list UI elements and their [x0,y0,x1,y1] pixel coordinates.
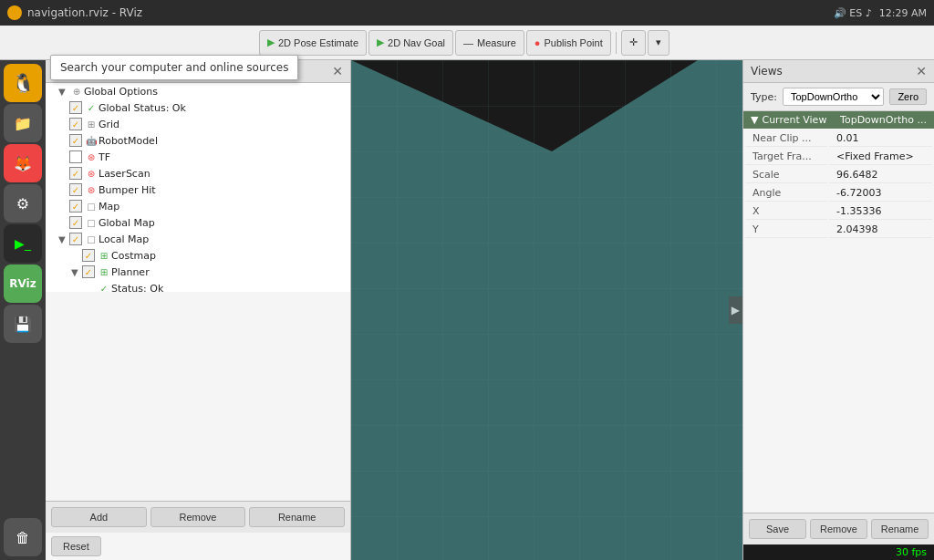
map-viewport[interactable]: ▶ [351,60,742,560]
dock-item-home[interactable]: 🐧 [4,64,42,102]
views-panel: Views ✕ Type: TopDownOrtho Zero ▼ Curren… [742,60,934,560]
app-dock: 🐧 📁 🦊 ⚙ ▶_ RViz 💾 🗑 [0,60,46,560]
tree-label: LaserScan [99,168,347,180]
tree-item-bumper[interactable]: ⊛ Bumper Hit [46,181,350,198]
current-view-header: ▼ Current View TopDownOrtho ... [743,111,934,129]
checkbox-grid[interactable] [69,118,82,130]
checkbox-tf[interactable] [69,150,82,163]
add-button[interactable]: Add [51,507,147,527]
checkbox-global-status[interactable] [69,101,82,114]
clock: 12:29 AM [879,7,927,19]
measure-icon: — [463,37,473,48]
remove-button[interactable]: Remove [150,507,246,527]
property-value: -6.72003 [829,185,932,202]
view-property-x[interactable]: X -1.35336 [745,203,932,220]
checkbox-laserscan[interactable] [69,167,82,180]
checkbox-robotmodel[interactable] [69,134,82,147]
map-canvas [351,60,742,560]
planner-icon: ⊞ [97,264,111,279]
toolbar-separator [616,32,617,54]
views-panel-close[interactable]: ✕ [916,64,927,78]
ok-icon: ✓ [97,281,111,292]
property-key: X [745,203,827,220]
property-value: <Fixed Frame> [829,149,932,165]
view-property-scale[interactable]: Scale 96.6482 [745,167,932,183]
tree-item-planner[interactable]: ▼ ⊞ Planner [46,264,350,280]
interact-button[interactable]: ✛ [621,30,646,56]
laser-icon: ⊛ [84,166,99,181]
tree-label: Global Map [99,217,347,229]
tree-label: Map [99,201,347,213]
checkbox-local-map[interactable] [69,233,82,245]
tree-item-laserscan[interactable]: ⊛ LaserScan [46,165,350,181]
tf-icon: ⊛ [84,150,99,164]
tree-item-global-status[interactable]: ✓ Global Status: Ok [46,99,350,116]
tree-item-tf[interactable]: ⊛ TF [46,149,350,165]
checkbox-costmap[interactable] [82,249,95,262]
dock-item-settings[interactable]: ⚙ [4,184,42,223]
pose-estimate-button[interactable]: ▶ 2D Pose Estimate [259,30,367,56]
globe-icon: ⊕ [69,84,84,99]
view-property-angle[interactable]: Angle -6.72003 [745,185,932,202]
dock-item-terminal[interactable]: ▶_ [4,224,42,263]
status-icon: ✓ [84,100,99,115]
system-tray: 🔊 ES ♪ [834,7,872,19]
nav-goal-button[interactable]: ▶ 2D Nav Goal [368,30,453,56]
views-panel-title: Views [751,65,783,78]
property-key: Y [745,222,827,238]
main-area: 🐧 📁 🦊 ⚙ ▶_ RViz 💾 🗑 Displays ✕ ▼ ⊕ Globa… [0,60,934,560]
checkbox-planner[interactable] [82,265,95,278]
rename-button[interactable]: Rename [249,507,345,527]
tree-item-map[interactable]: □ Map [46,198,350,214]
tree-label: Global Status: Ok [99,102,347,114]
views-rename-button[interactable]: Rename [871,519,929,539]
zero-button[interactable]: Zero [889,88,927,105]
dock-item-browser[interactable]: 🦊 [4,144,42,182]
publish-point-button[interactable]: ● Publish Point [526,30,611,56]
robot-icon: 🤖 [84,133,99,148]
dock-item-trash[interactable]: 🗑 [4,518,42,556]
publish-point-icon: ● [534,37,541,48]
views-type-row: Type: TopDownOrtho Zero [743,83,934,111]
tree-item-planner-status[interactable]: ✓ Status: Ok [46,280,350,292]
property-value: 0.01 [829,130,932,147]
views-spacer [743,240,934,513]
dock-item-files[interactable]: 📁 [4,104,42,142]
property-key: Scale [745,167,827,183]
tree-label: Local Map [99,233,347,245]
property-value: -1.35336 [829,203,932,220]
tree-label: Bumper Hit [99,184,347,196]
view-property-near-clip[interactable]: Near Clip ... 0.01 [745,130,932,147]
tree-item-global-options[interactable]: ▼ ⊕ Global Options [46,83,350,99]
tree-item-robotmodel[interactable]: 🤖 RobotModel [46,132,350,149]
tree-label: Costmap [111,250,347,262]
dock-item-save[interactable]: 💾 [4,305,42,343]
tree-item-global-map[interactable]: □ Global Map [46,214,350,231]
displays-panel-close[interactable]: ✕ [332,64,343,78]
reset-button[interactable]: Reset [51,536,101,556]
tree-item-grid[interactable]: ⊞ Grid [46,116,350,132]
arrow-icon: ▼ [58,234,69,244]
view-type-dropdown[interactable]: TopDownOrtho [783,88,884,106]
tree-item-local-map[interactable]: ▼ □ Local Map [46,231,350,247]
dock-item-rviz[interactable]: RViz [4,264,42,303]
viewport-collapse-handle[interactable]: ▶ [729,296,742,324]
checkbox-global-map[interactable] [69,216,82,229]
views-save-button[interactable]: Save [749,519,806,539]
nav-goal-icon: ▶ [377,36,384,48]
tree-label: Status: Ok [111,283,347,293]
extra-button[interactable]: ▾ [648,30,669,56]
tree-item-costmap[interactable]: ⊞ Costmap [46,247,350,264]
checkbox-bumper[interactable] [69,183,82,196]
view-property-target-frame[interactable]: Target Fra... <Fixed Frame> [745,149,932,165]
displays-tree[interactable]: ▼ ⊕ Global Options ✓ Global Status: Ok ⊞… [46,83,350,292]
views-remove-button[interactable]: Remove [810,519,867,539]
tree-label: Global Options [84,86,347,98]
checkbox-map[interactable] [69,200,82,213]
view-property-y[interactable]: Y 2.04398 [745,222,932,238]
measure-button[interactable]: — Measure [455,30,524,56]
current-view-label: Current View [762,114,826,126]
pose-estimate-icon: ▶ [267,36,275,48]
local-map-icon: □ [84,232,99,246]
property-key: Angle [745,185,827,202]
